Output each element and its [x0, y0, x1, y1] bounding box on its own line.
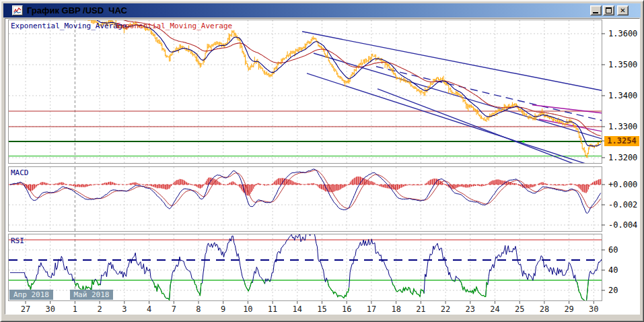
price-axis-label: 1.3400	[608, 91, 637, 100]
rsi-panel-label: RSI	[11, 236, 24, 245]
time-axis-label: 2	[98, 304, 102, 314]
macd-axis-label: -0.004	[608, 220, 637, 230]
time-axis-label: 15	[317, 304, 326, 314]
price-axis-label: 1.3600	[608, 29, 637, 38]
title-bar[interactable]: График GBP /USD ЧАС ✕	[3, 3, 641, 18]
macd-panel-label: MACD	[11, 168, 29, 177]
current-price-badge: 1.3254	[604, 136, 639, 146]
time-axis-label: 27	[21, 304, 30, 314]
rsi-axis-label: 40	[608, 265, 618, 275]
time-axis-label: 16	[342, 304, 351, 314]
time-axis-label: 22	[441, 304, 450, 314]
time-axis-label: 10	[243, 304, 252, 314]
time-axis-label: 17	[367, 304, 376, 314]
time-axis-label: 4	[147, 304, 151, 314]
time-axis-label: 14	[293, 304, 302, 314]
price-axis-label: 1.3500	[608, 60, 637, 69]
month-badge-april: Апр 2018	[9, 290, 53, 300]
time-axis-label: 24	[490, 304, 499, 314]
time-axis-label: 21	[416, 304, 425, 314]
time-axis-label: 30	[45, 304, 55, 314]
minimize-icon	[593, 12, 598, 13]
month-badge-may: Май 2018	[70, 290, 113, 300]
chart-icon	[13, 7, 22, 14]
app-icon	[12, 5, 23, 15]
window-title: График GBP /USD ЧАС	[27, 5, 127, 15]
price-axis-label: 1.3300	[608, 122, 637, 131]
window-controls: ✕	[589, 5, 629, 15]
close-button[interactable]: ✕	[617, 5, 629, 15]
time-axis-label: 9	[221, 304, 225, 314]
rsi-axis-label: 60	[608, 245, 618, 255]
maximize-icon	[606, 7, 612, 13]
time-axis-label: 7	[172, 304, 176, 314]
rsi-axis-label: 20	[608, 286, 618, 295]
time-axis-label: 18	[391, 304, 400, 314]
time-axis-label: 11	[268, 304, 277, 314]
maximize-button[interactable]	[603, 5, 614, 15]
app-window: График GBP /USD ЧАС ✕ Exponential_Moving…	[0, 0, 644, 322]
ema-label-fast: Exponential_Moving_Average	[11, 22, 127, 30]
time-axis-label: 23	[466, 304, 475, 314]
time-axis-label: 30	[589, 304, 598, 314]
macd-axis-label: -0.002	[608, 200, 637, 210]
ema-label-slow: Exponential_Moving_Average	[116, 22, 232, 30]
time-axis-label: 1	[73, 304, 77, 314]
time-axis-label: 3	[122, 304, 127, 314]
time-axis-label: 25	[515, 304, 524, 314]
macd-axis-label: +0.000	[608, 180, 637, 189]
price-axis-label: 1.3200	[608, 153, 637, 162]
time-axis-label: 29	[564, 304, 573, 314]
time-axis-label: 8	[196, 304, 201, 314]
chart-client-area[interactable]	[5, 18, 640, 315]
time-axis-label: 28	[540, 304, 549, 314]
minimize-button[interactable]	[590, 5, 602, 15]
